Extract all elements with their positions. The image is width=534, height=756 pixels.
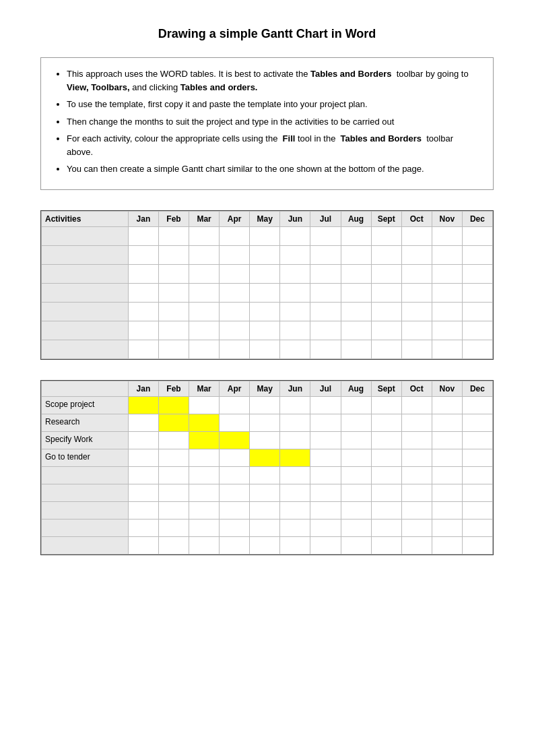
template-month-may: May: [250, 211, 280, 226]
example-row-specify-work: Specify Work: [42, 431, 493, 449]
example-row-scope-project: Scope project: [42, 396, 493, 414]
template-month-aug: Aug: [341, 211, 371, 226]
example-row-go-to-tender: Go to tender: [42, 449, 493, 466]
gantt-cell-scope-jan: [128, 396, 158, 414]
example-extra-row-1: [42, 466, 493, 484]
template-row-5: [42, 302, 493, 321]
template-activity-cell: [42, 226, 129, 245]
template-row-7: [42, 340, 493, 358]
info-item-2: To use the template, first copy it and p…: [67, 98, 481, 111]
template-header-row: Activities Jan Feb Mar Apr May Jun Jul A…: [42, 211, 493, 226]
example-month-jun: Jun: [280, 381, 310, 396]
template-row-2: [42, 245, 493, 264]
template-month-jan: Jan: [128, 211, 158, 226]
gantt-cell-research-mar: [189, 414, 220, 431]
info-item-1: This approach uses the WORD tables. It i…: [67, 67, 481, 94]
example-month-oct: Oct: [401, 381, 432, 396]
page-title: Drawing a simple Gantt Chart in Word: [40, 27, 494, 41]
template-month-sept: Sept: [371, 211, 401, 226]
example-month-mar: Mar: [189, 381, 220, 396]
info-item-4: For each activity, colour the appropriat…: [67, 132, 481, 158]
example-month-sept: Sept: [371, 381, 401, 396]
template-row-6: [42, 321, 493, 340]
template-month-apr: Apr: [220, 211, 250, 226]
gantt-cell-tender-may: [250, 449, 280, 466]
info-item-5: You can then create a simple Gantt chart…: [67, 162, 481, 176]
activity-scope-project: Scope project: [42, 396, 129, 414]
template-month-feb: Feb: [158, 211, 189, 226]
example-month-apr: Apr: [220, 381, 250, 396]
activity-go-to-tender: Go to tender: [42, 449, 129, 466]
example-extra-row-5: [42, 536, 493, 554]
example-extra-row-2: [42, 484, 493, 501]
example-month-dec: Dec: [462, 381, 492, 396]
template-gantt-container: Activities Jan Feb Mar Apr May Jun Jul A…: [40, 210, 494, 360]
template-month-dec: Dec: [462, 211, 492, 226]
gantt-cell-specify-apr: [220, 431, 250, 449]
example-month-nov: Nov: [432, 381, 462, 396]
gantt-cell-specify-mar: [189, 431, 220, 449]
template-month-jun: Jun: [280, 211, 310, 226]
info-box: This approach uses the WORD tables. It i…: [40, 57, 494, 190]
template-month-oct: Oct: [401, 211, 432, 226]
template-row-1: [42, 226, 493, 245]
example-header-row: Jan Feb Mar Apr May Jun Jul Aug Sept Oct…: [42, 381, 493, 396]
example-month-jan: Jan: [128, 381, 158, 396]
gantt-cell-scope-feb: [158, 396, 189, 414]
example-month-may: May: [250, 381, 280, 396]
activity-research: Research: [42, 414, 129, 431]
example-extra-row-4: [42, 519, 493, 536]
template-row-3: [42, 264, 493, 283]
example-month-jul: Jul: [310, 381, 341, 396]
example-month-feb: Feb: [158, 381, 189, 396]
template-gantt-table: Activities Jan Feb Mar Apr May Jun Jul A…: [41, 211, 493, 359]
info-list: This approach uses the WORD tables. It i…: [53, 67, 481, 176]
example-row-research: Research: [42, 414, 493, 431]
example-gantt-container: Jan Feb Mar Apr May Jun Jul Aug Sept Oct…: [40, 380, 494, 555]
example-activity-header: [42, 381, 129, 396]
example-extra-row-3: [42, 501, 493, 519]
template-month-nov: Nov: [432, 211, 462, 226]
template-month-jul: Jul: [310, 211, 341, 226]
gantt-cell-research-feb: [158, 414, 189, 431]
activity-specify-work: Specify Work: [42, 431, 129, 449]
gantt-cell-tender-jun: [280, 449, 310, 466]
example-gantt-table: Jan Feb Mar Apr May Jun Jul Aug Sept Oct…: [41, 381, 493, 555]
template-activity-header: Activities: [42, 211, 129, 226]
info-item-3: Then change the months to suit the proje…: [67, 115, 481, 129]
template-row-4: [42, 283, 493, 302]
template-month-mar: Mar: [189, 211, 220, 226]
example-month-aug: Aug: [341, 381, 371, 396]
